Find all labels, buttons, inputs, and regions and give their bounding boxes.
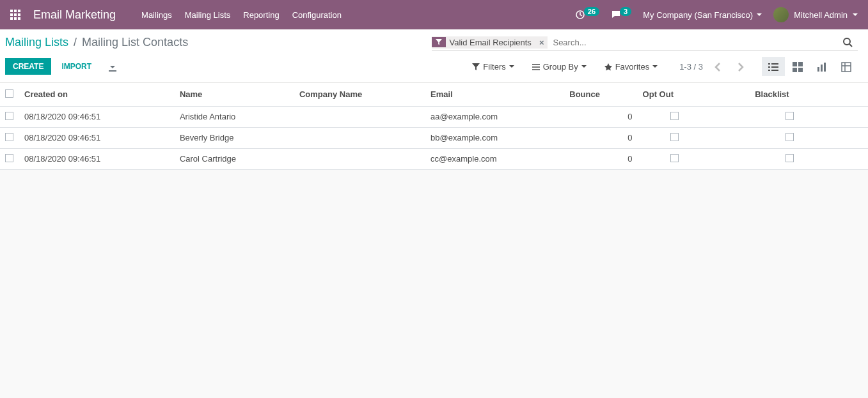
cell-bounce: 0: [564, 148, 637, 169]
messages-count: 3: [620, 7, 631, 16]
svg-rect-20: [798, 68, 803, 72]
opt-out-checkbox[interactable]: [670, 133, 679, 141]
cell-created-on: 08/18/2020 09:46:51: [19, 148, 175, 169]
cell-opt-out: [638, 106, 712, 127]
svg-rect-2: [18, 10, 20, 12]
cell-blacklist: [750, 148, 830, 169]
avatar: [773, 7, 789, 22]
row-select: [0, 127, 19, 148]
pager-next[interactable]: [732, 58, 749, 75]
list-view-button[interactable]: [762, 57, 785, 75]
filter-icon: [432, 37, 446, 47]
cell-opt-out: [638, 148, 712, 169]
activities-count: 26: [584, 7, 599, 16]
chevron-right-icon: [738, 61, 744, 72]
cp-buttons: CREATE IMPORT: [5, 57, 123, 75]
table-row[interactable]: 08/18/2020 09:46:51Beverly Bridgebb@exam…: [0, 127, 868, 148]
svg-rect-12: [771, 63, 778, 65]
nav-reporting[interactable]: Reporting: [243, 10, 279, 20]
blacklist-checkbox[interactable]: [785, 154, 794, 162]
table-row[interactable]: 08/18/2020 09:46:51Carol Cartridgecc@exa…: [0, 148, 868, 169]
row-checkbox[interactable]: [5, 112, 13, 120]
view-switcher: [762, 57, 858, 75]
pager-prev[interactable]: [709, 58, 726, 75]
list-view: Created on Name Company Name Email Bounc…: [0, 83, 868, 170]
cell-name: Aristide Antario: [175, 106, 294, 127]
graph-view-button[interactable]: [810, 57, 833, 75]
cell-blacklist: [750, 106, 830, 127]
search-facet: Valid Email Recipients ×: [432, 36, 548, 49]
cell-company-name: [294, 106, 425, 127]
cell-created-on: 08/18/2020 09:46:51: [19, 127, 175, 148]
breadcrumb: Mailing Lists / Mailing List Contacts: [5, 36, 432, 49]
svg-rect-16: [771, 70, 778, 71]
opt-out-checkbox[interactable]: [670, 112, 679, 120]
company-switcher[interactable]: My Company (San Francisco): [643, 10, 762, 20]
user-menu[interactable]: Mitchell Admin: [773, 7, 858, 22]
apps-icon[interactable]: [10, 10, 20, 20]
favorites-dropdown[interactable]: Favorites: [602, 59, 660, 74]
caret-down-icon: [581, 65, 587, 68]
pager-value[interactable]: 1-3 / 3: [679, 62, 703, 72]
kanban-view-button[interactable]: [786, 57, 809, 75]
th-blacklist[interactable]: Blacklist: [750, 83, 830, 107]
messages-button[interactable]: 3: [611, 10, 631, 20]
cell-name: Carol Cartridge: [175, 148, 294, 169]
row-checkbox[interactable]: [5, 154, 13, 162]
contacts-table: Created on Name Company Name Email Bounc…: [0, 83, 868, 170]
cell-email: cc@example.com: [425, 148, 564, 169]
caret-down-icon: [853, 13, 858, 16]
breadcrumb-separator: /: [74, 36, 77, 49]
caret-down-icon: [509, 65, 514, 68]
cell-email: bb@example.com: [425, 127, 564, 148]
import-button[interactable]: IMPORT: [54, 58, 99, 75]
blacklist-checkbox[interactable]: [785, 133, 794, 141]
activities-button[interactable]: 26: [575, 10, 599, 20]
breadcrumb-parent[interactable]: Mailing Lists: [5, 36, 68, 49]
create-button[interactable]: CREATE: [5, 58, 51, 75]
select-all-checkbox[interactable]: [5, 89, 13, 98]
cell-spacer-end: [830, 106, 868, 127]
th-bounce[interactable]: Bounce: [564, 83, 637, 107]
facet-remove-button[interactable]: ×: [535, 36, 548, 49]
search-button[interactable]: [837, 34, 858, 50]
svg-rect-17: [793, 62, 797, 66]
cell-spacer: [711, 127, 750, 148]
facet-label: Valid Email Recipients: [446, 36, 535, 49]
app-brand[interactable]: Email Marketing: [33, 8, 116, 22]
blacklist-checkbox[interactable]: [785, 112, 794, 120]
table-row[interactable]: 08/18/2020 09:46:51Aristide Antarioaa@ex…: [0, 106, 868, 127]
svg-rect-21: [817, 67, 819, 72]
svg-rect-5: [18, 13, 20, 16]
company-name: My Company (San Francisco): [643, 10, 753, 20]
th-email[interactable]: Email: [425, 83, 564, 107]
cell-spacer-end: [830, 148, 868, 169]
search-input[interactable]: [550, 35, 837, 50]
nav-mailings[interactable]: Mailings: [141, 10, 172, 20]
filters-dropdown[interactable]: Filters: [470, 59, 516, 74]
list-icon: [532, 62, 540, 72]
pivot-view-button[interactable]: [835, 57, 858, 75]
groupby-label: Group By: [543, 62, 578, 72]
pager: 1-3 / 3: [679, 58, 749, 75]
cell-name: Beverly Bridge: [175, 127, 294, 148]
opt-out-checkbox[interactable]: [670, 154, 679, 162]
user-name: Mitchell Admin: [794, 10, 848, 20]
row-checkbox[interactable]: [5, 133, 13, 141]
th-created-on[interactable]: Created on: [19, 83, 175, 107]
cell-bounce: 0: [564, 127, 637, 148]
search-icon: [842, 37, 853, 47]
cell-bounce: 0: [564, 106, 637, 127]
svg-rect-24: [842, 63, 851, 72]
th-company-name[interactable]: Company Name: [294, 83, 425, 107]
download-button[interactable]: [102, 57, 123, 75]
th-opt-out[interactable]: Opt Out: [638, 83, 712, 107]
favorites-label: Favorites: [615, 62, 649, 72]
nav-mailing-lists[interactable]: Mailing Lists: [185, 10, 231, 20]
nav-configuration[interactable]: Configuration: [292, 10, 342, 20]
th-name[interactable]: Name: [175, 83, 294, 107]
navbar-right: 26 3 My Company (San Francisco) Mitchell…: [575, 7, 858, 22]
groupby-dropdown[interactable]: Group By: [530, 59, 589, 74]
chevron-left-icon: [714, 61, 721, 72]
svg-rect-14: [771, 66, 778, 68]
